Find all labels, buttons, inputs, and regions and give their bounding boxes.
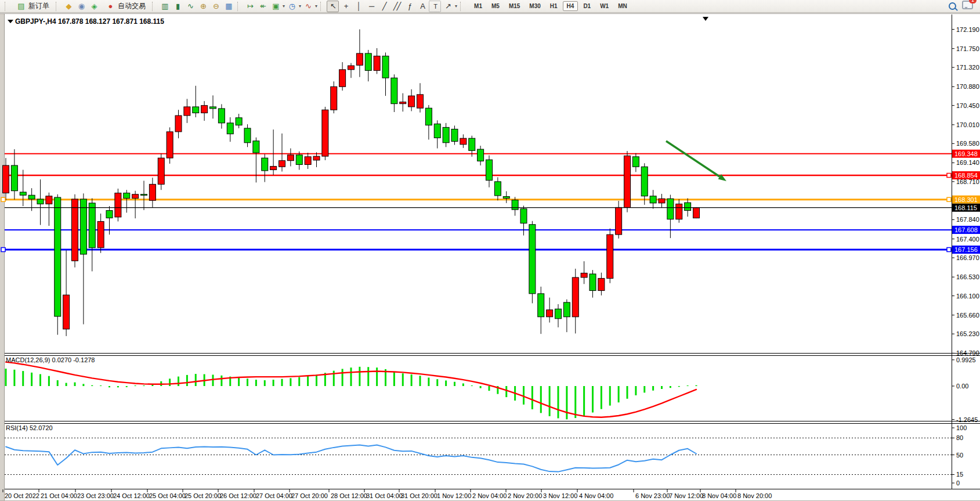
tf-button-H1[interactable]: H1: [546, 1, 562, 11]
auto-trading-button[interactable]: ●自动交易: [100, 1, 149, 12]
time-tick-label: 1 Nov 12:00: [437, 492, 471, 499]
hline-price-label-text: 169.348: [954, 150, 978, 157]
tf-button-M1[interactable]: M1: [470, 1, 486, 11]
candle-body: [512, 200, 518, 210]
candle-body: [469, 138, 475, 150]
toolbar-right: 1: [949, 1, 978, 12]
candle-body: [486, 160, 493, 180]
candle-body: [391, 78, 397, 103]
cursor-icon[interactable]: ↖: [327, 1, 339, 12]
time-tick-label: 20 Oct 2022: [5, 492, 39, 499]
candle-body: [305, 157, 311, 165]
price-tick-label: 170.450: [956, 102, 979, 109]
profile-icon[interactable]: ◉: [75, 1, 87, 12]
zoom-in-icon[interactable]: ⊕: [197, 1, 209, 12]
candle-body: [563, 302, 570, 317]
templates-icon[interactable]: ▣: [269, 1, 281, 12]
tf-button-D1[interactable]: D1: [579, 1, 595, 11]
tf-button-M15[interactable]: M15: [505, 1, 524, 11]
tf-button-H4[interactable]: H4: [563, 1, 578, 11]
zoom-out-icon[interactable]: ⊖: [209, 1, 222, 12]
time-tick-label: 3 Nov 12:00: [543, 492, 577, 499]
rsi-tick-label: 100: [956, 424, 967, 431]
tf-button-MN[interactable]: MN: [614, 1, 631, 11]
price-tick-label: 169.580: [956, 140, 979, 147]
hline-price-label-text: 168.301: [954, 196, 978, 203]
equidistant-channel-icon[interactable]: ╱╱: [390, 1, 403, 12]
fibonacci-icon[interactable]: ƒ: [403, 1, 415, 12]
macd-tick-label: 0.00: [956, 383, 968, 390]
candlestick-chart-icon[interactable]: ▮: [171, 1, 183, 12]
market-history-icon[interactable]: ◆: [62, 1, 74, 12]
price-tick-label: 167.840: [956, 216, 979, 223]
time-tick-label: 27 Oct 20:00: [291, 492, 328, 499]
candle-body: [270, 166, 277, 170]
toolbar-separator: [5, 2, 8, 11]
arrows-icon[interactable]: ↗: [442, 1, 454, 12]
candle-body: [167, 132, 173, 158]
tf-button-W1[interactable]: W1: [596, 1, 613, 11]
candle-body: [331, 86, 337, 110]
candle-body: [632, 157, 639, 167]
timeframe-bar: M1M5M15M30H1H4D1W1MN: [470, 1, 631, 11]
shift-end-icon[interactable]: ↦: [244, 1, 256, 12]
time-tick-label: 26 Oct 12:00: [220, 492, 256, 499]
tile-windows-icon[interactable]: ▦: [222, 1, 234, 12]
hline-price-label-text: 167.608: [954, 226, 978, 233]
candle-body: [659, 199, 665, 203]
time-tick-label: 8 Nov 20:00: [737, 492, 772, 499]
candle-body: [124, 193, 130, 198]
chart-frame: [0, 13, 980, 501]
line-handle[interactable]: [1, 247, 5, 251]
tf-button-M30[interactable]: M30: [525, 1, 544, 11]
line-chart-icon[interactable]: ∿: [184, 1, 196, 12]
line-handle[interactable]: [947, 174, 951, 178]
toolbar-separator: [460, 2, 463, 11]
templates-dropdown-icon[interactable]: ▾: [283, 3, 285, 9]
candle-body: [106, 211, 113, 218]
auto-scroll-icon[interactable]: ↞: [256, 1, 269, 12]
search-icon[interactable]: [949, 2, 956, 10]
bar-chart-icon[interactable]: ▥: [158, 1, 171, 12]
candle-body: [348, 66, 355, 70]
text-label-icon[interactable]: T: [429, 1, 441, 12]
candle-body: [97, 221, 104, 247]
candle-body: [443, 127, 449, 142]
horizontal-line-icon[interactable]: ─: [365, 1, 377, 12]
chart-window[interactable]: 172.190171.750171.320170.880170.450170.0…: [0, 13, 980, 501]
text-icon[interactable]: A: [416, 1, 428, 12]
arrows-dropdown-icon[interactable]: ▾: [455, 3, 457, 9]
new-order-icon: ▤: [15, 1, 27, 12]
candle-body: [149, 184, 156, 200]
candle-body: [46, 196, 52, 204]
signals-icon[interactable]: ◈: [88, 1, 100, 12]
new-order-button[interactable]: ▤新订单: [11, 1, 53, 12]
line-handle[interactable]: [947, 197, 951, 201]
indicator-list-dropdown-icon[interactable]: ▾: [315, 3, 317, 9]
time-tick-label: 28 Oct 12:00: [331, 492, 367, 499]
crosshair-icon[interactable]: +: [339, 1, 352, 12]
candle-body: [37, 199, 44, 204]
candle-body: [667, 199, 674, 219]
line-handle[interactable]: [1, 197, 5, 201]
candle-body: [529, 225, 536, 294]
chat-button[interactable]: 1: [962, 1, 973, 12]
candle-body: [218, 109, 225, 123]
trendline-icon[interactable]: ╱: [378, 1, 390, 12]
line-handle[interactable]: [947, 247, 951, 251]
chart-title: GBPJPY-,H4 167.878 168.127 167.871 168.1…: [15, 17, 164, 26]
candle-body: [89, 203, 95, 248]
rsi-tick-label: 15: [956, 471, 963, 478]
mt4-terminal: ▤新订单◆◉◈●自动交易▥▮∿⊕⊖▦↦↞▣▾◷▾∿▾↖+│─╱╱╱ƒAT↗▾M1…: [0, 0, 980, 501]
vertical-line-icon[interactable]: │: [352, 1, 364, 12]
tf-button-M5[interactable]: M5: [487, 1, 504, 11]
candle-body: [494, 182, 501, 196]
period-dropdown-icon[interactable]: ▾: [299, 3, 301, 9]
indicator-list-icon[interactable]: ∿: [302, 1, 314, 12]
period-icon[interactable]: ◷: [285, 1, 298, 12]
candle-body: [641, 167, 648, 196]
time-tick-label: 25 Oct 20:00: [185, 492, 221, 499]
price-tick-label: 170.880: [956, 83, 979, 90]
macd-tick-label: -1.2645: [956, 416, 978, 423]
candle-body: [322, 110, 328, 156]
